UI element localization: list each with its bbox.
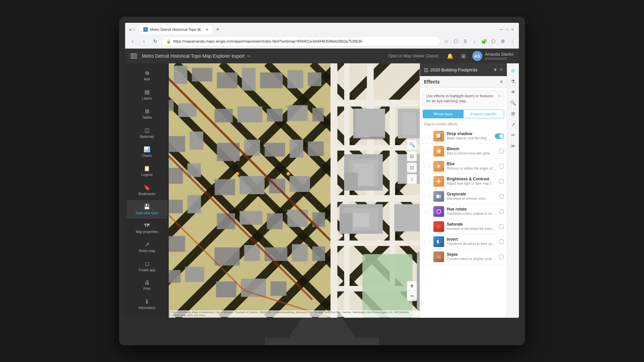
effect-item-hue-rotate[interactable]: ⋮⋮ Hue rotate Transform colors relative … (420, 204, 507, 219)
effect-item-sepia[interactable]: ⋮⋮ Sepia Convert colors to shades of bro… (420, 249, 507, 264)
bloom-toggle-circle[interactable] (499, 148, 504, 154)
sidebar-item-legend[interactable]: 📋 Legend (126, 162, 167, 180)
bookmark-tool-btn[interactable]: ⊡ (407, 151, 417, 161)
sidebar-item-add[interactable]: ⊕ Add (126, 66, 167, 85)
window-close[interactable]: × (511, 27, 514, 32)
rail-pencil-btn[interactable]: ✏ (508, 130, 518, 140)
active-tab[interactable]: Metro Detroit Historical Topo M... × (139, 25, 212, 34)
edit-title-icon[interactable]: ✏ (247, 54, 251, 59)
panel-expand-icon[interactable]: ▼ (493, 67, 498, 72)
sidebar-item-save-open[interactable]: 💾 Save and open (126, 200, 167, 219)
back-button[interactable]: ‹ (128, 37, 137, 46)
invert-toggle[interactable] (499, 239, 504, 244)
svg-rect-47 (287, 70, 303, 88)
hue-rotate-toggle-circle[interactable] (499, 209, 504, 214)
sidebar-item-layers[interactable]: ▤ Layers (126, 85, 167, 104)
drag-handle[interactable]: ⋮⋮ (423, 254, 431, 259)
user-handle: amandastanko (485, 57, 514, 60)
legend-icon: 📋 (144, 165, 150, 172)
effect-item-invert[interactable]: ⋮⋮ Invert Transform all colors to their … (420, 234, 507, 249)
more-options[interactable]: ⋮ (508, 37, 516, 45)
drag-handle[interactable]: ⋮⋮ (423, 164, 431, 169)
tab-feature-specific[interactable]: Feature specific (464, 110, 504, 118)
rail-visibility-btn[interactable]: 👁 (508, 87, 518, 97)
sidebar-item-create-app[interactable]: ◻ Create app (126, 257, 167, 276)
drag-handle[interactable]: ⋮⋮ (423, 134, 431, 138)
bookmarks-icon: 🔖 (144, 184, 150, 191)
sidebar-collapse-btn[interactable]: ≪ Collapse (125, 314, 169, 318)
extension-icon-2[interactable]: S (461, 37, 469, 45)
drop-shadow-toggle[interactable] (495, 133, 504, 139)
invert-toggle-circle[interactable] (499, 239, 504, 244)
rail-grid-btn[interactable]: ⊞ (508, 109, 518, 118)
notification-icon[interactable]: 🔔 (445, 51, 455, 61)
effect-item-saturate[interactable]: ⋮⋮ Saturate Increase or decrease the int… (420, 219, 507, 234)
saturate-toggle-circle[interactable] (499, 224, 504, 229)
zoom-in-btn[interactable]: + (407, 281, 417, 291)
drag-handle[interactable]: ⋮⋮ (423, 194, 431, 199)
extension-icon-4[interactable]: 🧩 (480, 37, 488, 45)
zoom-out-btn[interactable]: − (407, 291, 417, 301)
drag-handle[interactable]: ⋮⋮ (423, 149, 431, 154)
svg-rect-139 (437, 255, 440, 258)
user-info[interactable]: AS Amanda Stanko amandastanko (472, 51, 514, 61)
tab-close-button[interactable]: × (206, 27, 208, 32)
panel-close-btn[interactable]: × (500, 67, 503, 73)
sidebar-item-basemap[interactable]: ◫ Basemap (126, 124, 167, 142)
sidebar-item-share-map[interactable]: ↗ Share map (126, 238, 167, 256)
drag-handle[interactable]: ⋮⋮ (423, 239, 431, 244)
effect-item-brightness[interactable]: ⋮⋮ Brightn (420, 174, 507, 189)
grayscale-toggle[interactable] (499, 194, 504, 199)
tab-whole-layer[interactable]: Whole layer (423, 110, 464, 118)
blur-toggle[interactable] (499, 164, 504, 169)
fullscreen-tool-btn[interactable]: ⊡ (407, 163, 417, 173)
sidebar-item-charts[interactable]: 📊 Charts (126, 143, 167, 161)
rail-filter-btn[interactable]: ⚗ (508, 77, 518, 86)
extension-icon-1[interactable]: ⬡ (452, 37, 460, 45)
sidebar-item-print[interactable]: 🖨 Print (126, 276, 167, 294)
brightness-toggle[interactable] (499, 179, 504, 184)
address-bar[interactable]: 🔒 https://mapamanda.maps.arcgis.com/apps… (162, 36, 440, 46)
extension-icon-3[interactable]: ↓ (471, 37, 479, 45)
brightness-toggle-circle[interactable] (499, 179, 504, 184)
new-tab-button[interactable]: + (213, 25, 222, 34)
effect-item-bloom[interactable]: ⋮⋮ Bloom Add a colored neon-like glow. (420, 144, 507, 159)
window-maximize[interactable]: □ (506, 27, 508, 32)
hamburger-menu[interactable] (130, 54, 137, 58)
info-close-icon[interactable]: × (498, 94, 500, 99)
drag-handle[interactable]: ⋮⋮ (423, 224, 431, 229)
effect-item-drop-shadow[interactable]: ⋮⋮ Drop shadow Make objects look (420, 129, 507, 144)
sidebar-item-tables[interactable]: ⊞ Tables (126, 105, 167, 123)
extension-icon-6[interactable]: ⚙ (499, 37, 507, 45)
rail-expand-btn[interactable]: ↗ (508, 120, 518, 129)
effects-close-btn[interactable]: × (500, 79, 503, 85)
rail-settings-btn[interactable]: ⚙ (508, 66, 518, 75)
open-in-classic-link[interactable]: Open in Map Viewer Classic (388, 54, 439, 58)
saturate-toggle[interactable] (499, 224, 504, 229)
forward-button[interactable]: › (139, 37, 149, 46)
effect-item-blur[interactable]: ⋮⋮ Blur Defocus or soften the edges of m… (420, 159, 507, 174)
drag-handle[interactable]: ⋮⋮ (423, 179, 431, 184)
effect-item-grayscale[interactable]: ⋮⋮ Grayscale Decrease or remove color. (420, 189, 507, 204)
grayscale-toggle-circle[interactable] (499, 194, 504, 199)
search-tool-btn[interactable]: 🔍 (407, 140, 417, 150)
window-minimize[interactable]: — (499, 27, 503, 32)
drag-handle[interactable]: ⋮⋮ (423, 209, 431, 214)
sepia-toggle[interactable] (499, 254, 504, 259)
map-container[interactable]: Esri, Community Maps Contributors, City … (169, 63, 420, 318)
hue-rotate-toggle[interactable] (499, 209, 504, 214)
sepia-toggle-circle[interactable] (499, 254, 504, 259)
home-tool-btn[interactable]: ⌂ (407, 174, 417, 184)
sidebar-item-information[interactable]: ℹ Information (126, 295, 167, 313)
refresh-button[interactable]: ↻ (151, 37, 160, 46)
extension-icon-5[interactable]: ⬡ (489, 37, 497, 45)
apps-grid-icon[interactable]: ⊞ (459, 51, 468, 61)
drop-shadow-toggle-switch[interactable] (495, 133, 504, 139)
bloom-toggle[interactable] (499, 148, 504, 154)
sidebar-item-map-properties[interactable]: 🗺 Map properties (126, 219, 167, 237)
rail-zoom-btn[interactable]: 🔍 (508, 98, 518, 108)
bookmark-icon[interactable]: ☆ (442, 37, 450, 45)
blur-toggle-circle[interactable] (499, 164, 504, 169)
rail-expand-arrow-btn[interactable]: ≫ (508, 141, 518, 150)
sidebar-item-bookmarks[interactable]: 🔖 Bookmarks (126, 181, 167, 199)
